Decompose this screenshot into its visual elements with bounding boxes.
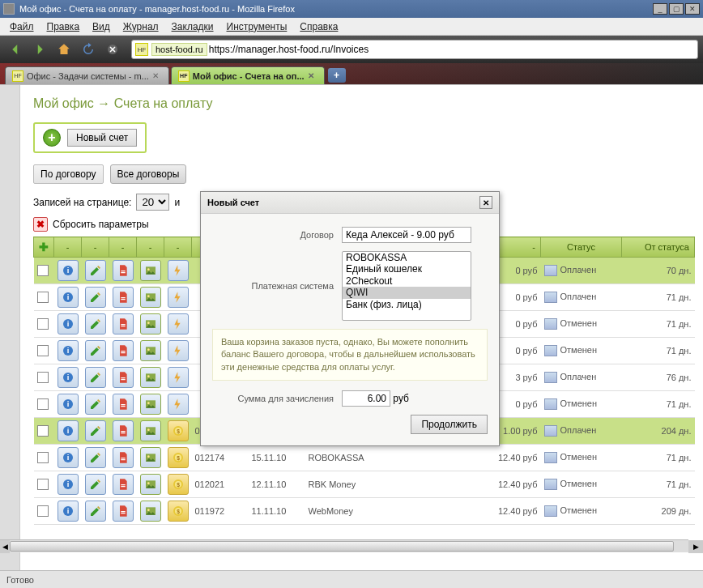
coin-icon[interactable]: $ [168,474,189,495]
new-tab-button[interactable]: + [328,68,346,83]
image-icon[interactable] [140,420,161,441]
image-icon[interactable] [140,501,161,522]
info-icon[interactable]: i [58,367,79,388]
menu-edit[interactable]: Правка [40,19,87,34]
scrollbar-thumb[interactable] [10,541,674,552]
info-icon[interactable]: i [58,394,79,415]
add-row-icon[interactable]: ✚ [39,241,49,254]
image-icon[interactable] [140,260,161,281]
edit-icon[interactable] [85,474,106,495]
window-close-button[interactable]: ✕ [685,3,700,15]
row-checkbox[interactable] [37,452,49,463]
info-icon[interactable]: i [58,447,79,468]
row-checkbox[interactable] [37,505,49,517]
window-minimize-button[interactable]: _ [653,3,667,15]
contract-input[interactable] [342,227,471,243]
row-checkbox[interactable] [37,398,49,410]
info-icon[interactable]: i [58,474,79,495]
horizontal-scrollbar[interactable]: ◀ ▶ [0,539,688,552]
bolt-icon[interactable] [168,287,189,308]
edit-icon[interactable] [85,287,106,308]
bolt-icon[interactable] [168,340,189,361]
col-status[interactable]: Статус [541,237,622,258]
image-icon[interactable] [140,340,161,361]
stop-button[interactable] [102,39,123,60]
row-checkbox[interactable] [37,479,49,490]
pdf-icon[interactable] [113,367,134,388]
row-checkbox[interactable] [37,425,49,437]
bolt-icon[interactable] [168,313,189,334]
pdf-icon[interactable] [113,313,134,334]
pdf-icon[interactable] [113,420,134,441]
tab-close-icon[interactable]: ✕ [308,71,317,81]
pdf-icon[interactable] [113,260,134,281]
reset-icon[interactable]: ✖ [33,217,48,232]
row-checkbox[interactable] [37,265,49,276]
row-checkbox[interactable] [37,345,49,356]
info-icon[interactable]: i [58,260,79,281]
info-icon[interactable]: i [58,313,79,334]
row-checkbox[interactable] [37,372,49,383]
pdf-icon[interactable] [113,474,134,495]
edit-icon[interactable] [85,501,106,522]
amount-input[interactable] [342,390,390,407]
edit-icon[interactable] [85,394,106,415]
table-row[interactable]: i$01202112.11.10RBK Money12.40 рубОтмене… [34,471,695,498]
info-icon[interactable]: i [58,340,79,361]
table-row[interactable]: i$01217415.11.10ROBOKASSA12.40 рубОтмене… [34,445,695,471]
pdf-icon[interactable] [113,447,134,468]
window-maximize-button[interactable]: ▢ [669,3,684,15]
coin-icon[interactable]: $ [168,447,189,468]
bolt-icon[interactable] [168,367,189,388]
tab-invoices[interactable]: HF Мой офис - Счета на оп... ✕ [171,66,325,84]
new-invoice-button[interactable]: Новый счет [67,129,137,147]
bolt-icon[interactable] [168,394,189,415]
pdf-icon[interactable] [113,287,134,308]
coin-icon[interactable]: $ [168,420,189,441]
scroll-right-icon[interactable]: ▶ [688,540,703,553]
info-icon[interactable]: i [58,287,79,308]
forward-button[interactable] [29,39,50,60]
image-icon[interactable] [140,313,161,334]
menu-journal[interactable]: Журнал [117,19,165,34]
row-checkbox[interactable] [37,318,49,330]
url-bar[interactable]: HF host-food.ru [131,40,698,59]
table-row[interactable]: i$01197211.11.10WebMoney12.40 рубОтменен… [34,498,695,525]
reload-button[interactable] [78,39,99,60]
menu-bookmarks[interactable]: Закладки [165,19,220,34]
bolt-icon[interactable] [168,260,189,281]
records-select[interactable]: 20 [136,194,169,211]
menu-view[interactable]: Вид [86,19,117,34]
edit-icon[interactable] [85,420,106,441]
menu-tools[interactable]: Инструменты [220,19,294,34]
image-icon[interactable] [140,367,161,388]
image-icon[interactable] [140,287,161,308]
menu-help[interactable]: Справка [293,19,344,34]
tab-close-icon[interactable]: ✕ [152,71,162,81]
breadcrumb-root[interactable]: Мой офис [33,96,94,110]
modal-close-button[interactable]: ✕ [479,196,492,209]
menu-file[interactable]: Файл [3,19,40,34]
edit-icon[interactable] [85,447,106,468]
tab-tasks[interactable]: HF Офис - Задачи системы - m... ✕ [5,66,169,84]
edit-icon[interactable] [85,260,106,281]
pdf-icon[interactable] [113,501,134,522]
modal-header[interactable]: Новый счет ✕ [201,192,499,214]
edit-icon[interactable] [85,367,106,388]
row-checkbox[interactable] [37,292,49,303]
url-input[interactable] [209,44,694,55]
scroll-left-icon[interactable]: ◀ [0,540,10,553]
info-icon[interactable]: i [58,501,79,522]
image-icon[interactable] [140,447,161,468]
edit-icon[interactable] [85,340,106,361]
reset-label[interactable]: Сбросить параметры [53,219,149,230]
payment-system-select[interactable]: ROBOKASSAЕдиный кошелек2CheckoutQIWIБанк… [342,251,471,321]
back-button[interactable] [5,39,26,60]
edit-icon[interactable] [85,313,106,334]
submit-button[interactable]: Продолжить [411,415,488,434]
info-icon[interactable]: i [58,420,79,441]
col-from-status[interactable]: От статуса [622,237,695,258]
pdf-icon[interactable] [113,394,134,415]
filter-contracts-select[interactable]: Все договоры [110,164,187,184]
image-icon[interactable] [140,394,161,415]
